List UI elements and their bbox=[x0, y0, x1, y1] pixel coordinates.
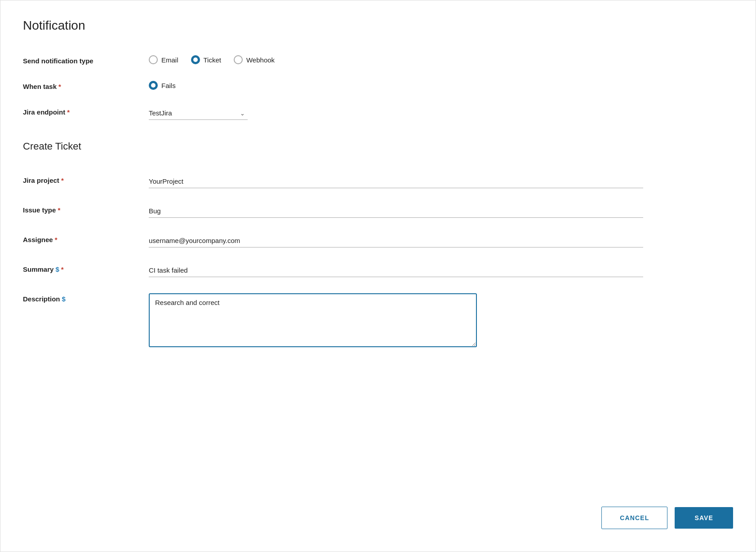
radio-fails[interactable] bbox=[149, 81, 158, 90]
description-control: Research and correct bbox=[149, 293, 643, 349]
cancel-button[interactable]: CANCEL bbox=[601, 507, 667, 529]
when-task-radio-group: Fails bbox=[149, 81, 643, 90]
jira-endpoint-required-star: * bbox=[67, 108, 70, 116]
notification-type-label: Send notification type bbox=[23, 55, 149, 65]
radio-fails-label: Fails bbox=[161, 82, 176, 89]
jira-project-required-star: * bbox=[61, 177, 64, 184]
when-task-row: When task * Fails bbox=[23, 81, 733, 90]
assignee-row: Assignee * bbox=[23, 234, 733, 247]
radio-webhook-label: Webhook bbox=[246, 56, 275, 64]
jira-endpoint-label: Jira endpoint * bbox=[23, 106, 149, 116]
issue-type-row: Issue type * bbox=[23, 204, 733, 218]
radio-webhook[interactable] bbox=[234, 55, 243, 64]
radio-email-label: Email bbox=[161, 56, 178, 64]
jira-project-row: Jira project * bbox=[23, 175, 733, 188]
assignee-label: Assignee * bbox=[23, 234, 149, 243]
jira-project-control bbox=[149, 175, 643, 188]
jira-project-input[interactable] bbox=[149, 175, 643, 188]
description-label: Description $ bbox=[23, 293, 149, 303]
summary-dollar-sign: $ bbox=[55, 265, 59, 273]
when-task-control: Fails bbox=[149, 81, 643, 90]
assignee-required-star: * bbox=[55, 236, 58, 243]
create-ticket-heading-row: Create Ticket bbox=[23, 136, 733, 166]
radio-option-ticket[interactable]: Ticket bbox=[191, 55, 221, 64]
jira-endpoint-row: Jira endpoint * TestJira ⌄ bbox=[23, 106, 733, 120]
button-row: CANCEL SAVE bbox=[601, 507, 733, 529]
notification-type-radio-group: Email Ticket Webhook bbox=[149, 55, 643, 64]
issue-type-input[interactable] bbox=[149, 204, 643, 218]
radio-option-email[interactable]: Email bbox=[149, 55, 178, 64]
radio-email[interactable] bbox=[149, 55, 158, 64]
issue-type-label: Issue type * bbox=[23, 204, 149, 214]
issue-type-control bbox=[149, 204, 643, 218]
create-ticket-heading: Create Ticket bbox=[23, 141, 81, 152]
jira-project-label: Jira project * bbox=[23, 175, 149, 184]
radio-option-webhook[interactable]: Webhook bbox=[234, 55, 275, 64]
page-title: Notification bbox=[23, 18, 733, 33]
when-task-required-star: * bbox=[58, 83, 61, 90]
description-row: Description $ Research and correct bbox=[23, 293, 733, 349]
jira-endpoint-select-wrapper: TestJira ⌄ bbox=[149, 106, 248, 120]
summary-required-star: * bbox=[61, 265, 64, 273]
assignee-control bbox=[149, 234, 643, 247]
notification-type-control: Email Ticket Webhook bbox=[149, 55, 643, 64]
notification-type-row: Send notification type Email Ticket bbox=[23, 55, 733, 65]
summary-row: Summary $ * bbox=[23, 264, 733, 277]
radio-ticket-label: Ticket bbox=[204, 56, 221, 64]
save-button[interactable]: SAVE bbox=[675, 507, 733, 529]
radio-ticket[interactable] bbox=[191, 55, 200, 64]
form-section: Send notification type Email Ticket bbox=[23, 55, 733, 349]
summary-label: Summary $ * bbox=[23, 264, 149, 273]
summary-input[interactable] bbox=[149, 264, 643, 277]
page-container: Notification Send notification type Emai… bbox=[0, 0, 756, 552]
description-dollar-sign: $ bbox=[62, 295, 66, 303]
jira-endpoint-select[interactable]: TestJira bbox=[149, 106, 248, 120]
description-textarea[interactable]: Research and correct bbox=[149, 293, 477, 347]
summary-control bbox=[149, 264, 643, 277]
radio-option-fails[interactable]: Fails bbox=[149, 81, 176, 90]
assignee-input[interactable] bbox=[149, 234, 643, 247]
issue-type-required-star: * bbox=[58, 206, 60, 214]
when-task-label: When task * bbox=[23, 81, 149, 90]
jira-endpoint-control: TestJira ⌄ bbox=[149, 106, 643, 120]
